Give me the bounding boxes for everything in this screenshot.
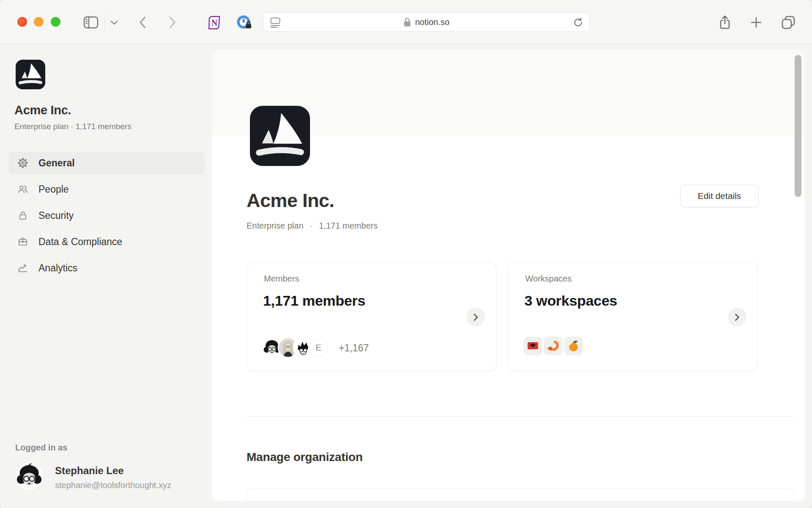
plan-label: Enterprise plan	[247, 221, 304, 231]
svg-text:N: N	[211, 18, 218, 28]
browser-toolbar: N notion.so	[0, 0, 812, 44]
tab-chevron-down-icon[interactable]	[109, 19, 119, 26]
workspaces-card-value: 3 workspaces	[524, 293, 617, 309]
zoom-button[interactable]	[51, 17, 60, 27]
notion-extension-icon[interactable]: N	[206, 14, 222, 30]
new-tab-icon[interactable]	[749, 15, 764, 30]
toolbar-separator	[104, 14, 105, 30]
members-card-label: Members	[264, 274, 299, 284]
user-name: Stephanie Lee	[55, 465, 124, 477]
sidebar-item-label: Data & Compliance	[38, 236, 122, 248]
members-more-count: +1,167	[339, 342, 369, 354]
scrollbar-thumb[interactable]	[795, 55, 801, 197]
sidebar-org-meta: Enterprise plan · 1,171 members	[14, 122, 132, 131]
org-subtitle: Enterprise plan · 1,171 members	[247, 221, 378, 231]
member-avatar-overflow: E	[309, 338, 328, 357]
reload-icon[interactable]	[573, 17, 584, 30]
section-divider	[247, 416, 794, 417]
forward-icon[interactable]	[166, 15, 179, 30]
back-icon[interactable]	[136, 15, 149, 30]
close-button[interactable]	[17, 17, 27, 27]
shrimp-icon	[544, 337, 562, 355]
sidebar-item-label: Analytics	[38, 262, 77, 274]
address-bar[interactable]: notion.so	[263, 12, 590, 32]
manage-organization-card[interactable]	[247, 488, 794, 501]
briefcase-icon	[17, 236, 28, 247]
member-count-label: 1,171 members	[319, 221, 378, 231]
user-email: stephanie@toolsforthought.xyz	[55, 480, 171, 490]
workspaces-card-label: Workspaces	[525, 274, 572, 284]
tangerine-icon	[564, 337, 583, 355]
url-text: notion.so	[415, 17, 449, 27]
line-chart-icon	[17, 262, 28, 273]
edit-details-button[interactable]: Edit details	[680, 185, 759, 207]
manage-organization-heading: Manage organization	[247, 450, 363, 464]
sidebar-item-security[interactable]: Security	[8, 204, 205, 227]
subtitle-separator: ·	[310, 221, 313, 231]
onepassword-extension-icon[interactable]	[236, 14, 252, 31]
share-icon[interactable]	[716, 14, 733, 31]
workspaces-card[interactable]: Workspaces 3 workspaces	[508, 262, 758, 371]
lock-outline-icon	[17, 210, 28, 221]
logged-in-as-label: Logged in as	[15, 443, 67, 453]
settings-sidebar: Acme Inc. Enterprise plan · 1,171 member…	[0, 44, 212, 508]
sidebar-toggle-icon[interactable]	[83, 16, 99, 29]
tab-overview-icon[interactable]	[780, 14, 797, 30]
sidebar-item-label: People	[38, 184, 69, 195]
sidebar-item-label: Security	[38, 210, 74, 221]
safari-window: N notion.so	[0, 0, 812, 508]
user-avatar	[15, 462, 43, 490]
org-logo-sailboat	[16, 60, 45, 89]
org-logo-large	[250, 106, 310, 166]
lock-icon	[403, 17, 411, 27]
chevron-right-icon	[473, 313, 478, 321]
members-card-value: 1,171 members	[263, 293, 365, 309]
settings-content-panel: Acme Inc. Enterprise plan · 1,171 member…	[212, 50, 805, 501]
albania-flag-icon	[524, 337, 542, 355]
members-chevron-button[interactable]	[466, 308, 485, 326]
sidebar-item-general[interactable]: General	[8, 152, 205, 174]
sidebar-item-people[interactable]: People	[8, 178, 205, 201]
sidebar-item-data-compliance[interactable]: Data & Compliance	[8, 230, 205, 253]
sidebar-item-analytics[interactable]: Analytics	[8, 257, 205, 279]
members-card[interactable]: Members 1,171 members E +1,167	[247, 262, 497, 371]
sidebar-org-name: Acme Inc.	[14, 103, 71, 117]
workspaces-chevron-button[interactable]	[728, 308, 746, 326]
minimize-button[interactable]	[34, 17, 44, 27]
chevron-right-icon	[735, 313, 740, 321]
page-title: Acme Inc.	[247, 190, 334, 212]
sidebar-item-label: General	[38, 157, 75, 169]
people-icon	[17, 184, 28, 195]
gear-icon	[17, 157, 28, 168]
